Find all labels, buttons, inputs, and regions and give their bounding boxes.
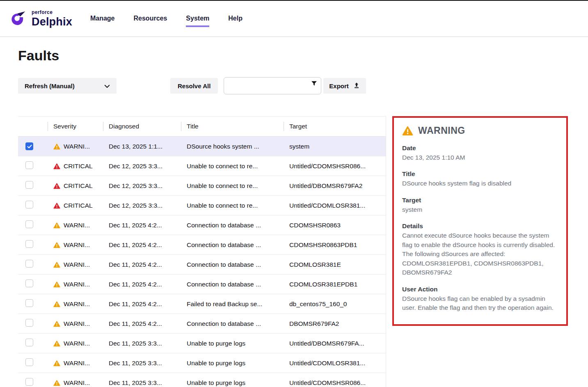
severity-label: CRITICAL — [64, 182, 93, 190]
column-header-diagnosed[interactable]: Diagnosed — [103, 123, 181, 130]
diagnosed-cell: Dec 11, 2025 4:2... — [103, 241, 181, 249]
refresh-mode-button[interactable]: Refresh (Manual) — [18, 78, 117, 94]
checkbox-cell — [18, 220, 48, 230]
checkbox-cell — [18, 319, 48, 328]
severity-label: WARNI... — [64, 379, 90, 387]
severity-cell: WARNI... — [48, 320, 103, 327]
table-row[interactable]: CRITICAL Dec 12, 2025 3:3... Unable to c… — [18, 196, 386, 215]
severity-label: WARNI... — [64, 241, 90, 249]
severity-cell: WARNI... — [48, 261, 103, 268]
nav-item-manage[interactable]: Manage — [90, 15, 115, 27]
resolve-all-button[interactable]: Resolve All — [170, 78, 218, 94]
row-checkbox[interactable] — [25, 279, 33, 287]
table-row[interactable]: WARNI... Dec 11, 2025 4:2... Connection … — [18, 275, 386, 294]
checkbox-cell — [18, 181, 48, 190]
severity-warning-icon — [53, 143, 60, 150]
severity-warning-icon — [53, 222, 60, 229]
detail-severity-label: WARNING — [418, 125, 465, 136]
fault-detail-panel: WARNING Date Dec 13, 2025 1:10 AM Title … — [392, 116, 568, 326]
severity-cell: WARNI... — [48, 360, 103, 367]
severity-cell: WARNI... — [48, 300, 103, 308]
export-button[interactable]: Export — [323, 78, 366, 94]
severity-warning-icon — [53, 340, 60, 347]
detail-details-value: Cannot execute dSource hooks because the… — [402, 231, 558, 277]
table-row[interactable]: WARNI... Dec 11, 2025 4:2... Connection … — [18, 255, 386, 275]
title-cell: Unable to connect to re... — [181, 202, 284, 209]
row-checkbox[interactable] — [25, 181, 33, 189]
title-cell: Connection to database ... — [181, 222, 284, 229]
table-row[interactable]: WARNI... Dec 11, 2025 4:2... Connection … — [18, 235, 386, 255]
row-checkbox[interactable] — [25, 142, 33, 150]
faults-table-body: WARNI... Dec 13, 2025 1:1... DSource hoo… — [18, 137, 386, 387]
refresh-mode-label: Refresh (Manual) — [25, 82, 75, 89]
severity-label: WARNI... — [64, 281, 90, 288]
row-checkbox[interactable] — [25, 161, 33, 169]
detail-title-value: DSource hooks system flag is disabled — [402, 179, 558, 188]
table-row[interactable]: WARNI... Dec 13, 2025 1:1... DSource hoo… — [18, 137, 386, 156]
export-label: Export — [329, 82, 349, 89]
row-checkbox[interactable] — [25, 201, 33, 208]
target-cell: Untitled/DBOMSR679FA... — [284, 340, 386, 347]
brand-logo[interactable]: perforce Delphix — [9, 9, 72, 29]
diagnosed-cell: Dec 11, 2025 3:3... — [103, 379, 181, 387]
diagnosed-cell: Dec 12, 2025 3:3... — [103, 163, 181, 170]
filter-funnel-icon[interactable] — [311, 80, 318, 89]
nav-item-resources[interactable]: Resources — [134, 15, 167, 27]
top-nav: perforce Delphix ManageResourcesSystemHe… — [0, 1, 588, 37]
checkbox-cell — [18, 279, 48, 289]
severity-label: WARNI... — [64, 261, 90, 268]
chevron-down-icon — [104, 82, 110, 89]
page-title: Faults — [18, 48, 570, 64]
row-checkbox[interactable] — [25, 240, 33, 248]
row-checkbox[interactable] — [25, 378, 33, 386]
table-row[interactable]: WARNI... Dec 11, 2025 3:3... Unable to p… — [18, 353, 386, 373]
content-row: Severity Diagnosed Title Target WARNI...… — [18, 116, 570, 387]
target-cell: Untitled/CDOMSHSR086... — [284, 163, 386, 170]
severity-cell: WARNI... — [48, 143, 103, 150]
toolbar: Refresh (Manual) Resolve All Export — [18, 77, 570, 95]
row-checkbox[interactable] — [25, 358, 33, 366]
checkbox-cell — [18, 260, 48, 269]
filter-input[interactable] — [224, 77, 321, 94]
diagnosed-cell: Dec 11, 2025 4:2... — [103, 222, 181, 229]
checkbox-cell — [18, 339, 48, 348]
severity-critical-icon — [53, 163, 60, 169]
table-row[interactable]: WARNI... Dec 11, 2025 4:2... Failed to r… — [18, 294, 386, 314]
column-header-target[interactable]: Target — [284, 123, 386, 130]
diagnosed-cell: Dec 11, 2025 3:3... — [103, 360, 181, 367]
diagnosed-cell: Dec 12, 2025 3:3... — [103, 202, 181, 209]
warning-triangle-icon — [402, 126, 413, 136]
detail-user-action-value: DSource hooks flag can be enabled by a s… — [402, 294, 558, 313]
diagnosed-cell: Dec 11, 2025 3:3... — [103, 340, 181, 347]
severity-cell: CRITICAL — [48, 202, 103, 209]
target-cell: CDOMSHSR0863PDB1 — [284, 241, 386, 249]
table-row[interactable]: WARNI... Dec 11, 2025 3:3... Unable to p… — [18, 373, 386, 387]
target-cell: system — [284, 143, 386, 150]
diagnosed-cell: Dec 11, 2025 4:2... — [103, 281, 181, 288]
table-row[interactable]: WARNI... Dec 11, 2025 4:2... Connection … — [18, 215, 386, 235]
faults-table: Severity Diagnosed Title Target WARNI...… — [18, 116, 386, 387]
row-checkbox[interactable] — [25, 339, 33, 346]
row-checkbox[interactable] — [25, 319, 33, 327]
severity-label: WARNI... — [64, 320, 90, 327]
table-row[interactable]: CRITICAL Dec 12, 2025 3:3... Unable to c… — [18, 156, 386, 176]
checkbox-cell — [18, 142, 48, 150]
delphix-logo-icon — [9, 9, 28, 29]
detail-user-action-section: User Action DSource hooks flag can be en… — [402, 286, 558, 313]
row-checkbox[interactable] — [25, 260, 33, 268]
table-row[interactable]: WARNI... Dec 11, 2025 3:3... Unable to p… — [18, 334, 386, 353]
table-row[interactable]: WARNI... Dec 11, 2025 4:2... Connection … — [18, 314, 386, 334]
row-checkbox[interactable] — [25, 220, 33, 228]
column-header-title[interactable]: Title — [181, 123, 284, 130]
severity-warning-icon — [53, 360, 60, 366]
severity-warning-icon — [53, 281, 60, 288]
table-row[interactable]: CRITICAL Dec 12, 2025 3:3... Unable to c… — [18, 176, 386, 196]
checkbox-cell — [18, 299, 48, 309]
main-content: Faults Refresh (Manual) Resolve All Expo… — [0, 48, 588, 387]
row-checkbox[interactable] — [25, 299, 33, 307]
export-upload-icon — [353, 82, 360, 90]
target-cell: db_centos75_160_0 — [284, 300, 386, 308]
nav-item-help[interactable]: Help — [228, 15, 243, 27]
column-header-severity[interactable]: Severity — [48, 123, 103, 130]
nav-item-system[interactable]: System — [186, 15, 209, 27]
